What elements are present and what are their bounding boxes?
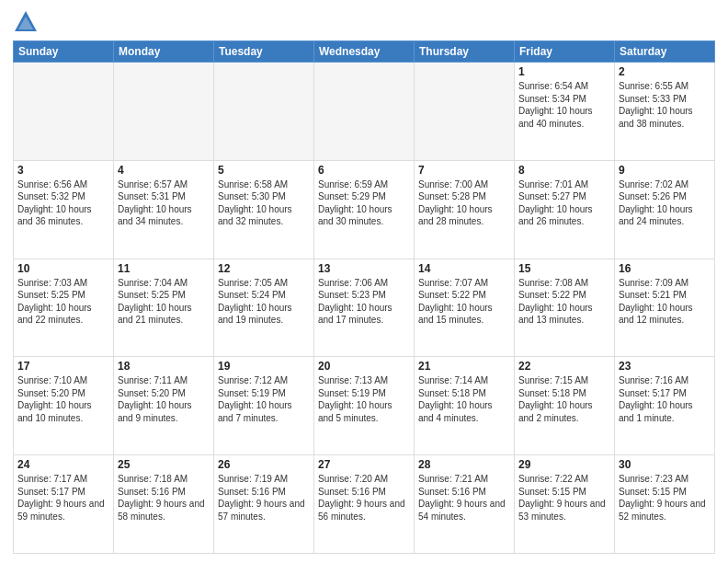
calendar-cell (314, 63, 415, 161)
day-info: Sunrise: 7:03 AM Sunset: 5:25 PM Dayligh… (17, 277, 109, 327)
day-number: 19 (218, 360, 310, 373)
calendar-cell: 9Sunrise: 7:02 AM Sunset: 5:26 PM Daylig… (615, 160, 715, 259)
calendar-cell: 23Sunrise: 7:16 AM Sunset: 5:17 PM Dayli… (615, 357, 715, 455)
weekday-header-wednesday: Wednesday (314, 41, 415, 63)
calendar-cell: 1Sunrise: 6:54 AM Sunset: 5:34 PM Daylig… (515, 63, 615, 161)
calendar-cell: 7Sunrise: 7:00 AM Sunset: 5:28 PM Daylig… (415, 160, 515, 259)
day-info: Sunrise: 7:12 AM Sunset: 5:19 PM Dayligh… (218, 374, 310, 424)
day-info: Sunrise: 6:55 AM Sunset: 5:33 PM Dayligh… (619, 80, 711, 130)
calendar-cell: 19Sunrise: 7:12 AM Sunset: 5:19 PM Dayli… (214, 357, 314, 455)
calendar-cell: 22Sunrise: 7:15 AM Sunset: 5:18 PM Dayli… (515, 357, 615, 455)
calendar-cell (415, 63, 515, 161)
day-info: Sunrise: 7:02 AM Sunset: 5:26 PM Dayligh… (619, 178, 711, 228)
day-info: Sunrise: 7:20 AM Sunset: 5:16 PM Dayligh… (318, 473, 410, 523)
day-info: Sunrise: 7:18 AM Sunset: 5:16 PM Dayligh… (118, 473, 210, 523)
day-info: Sunrise: 7:17 AM Sunset: 5:17 PM Dayligh… (17, 473, 109, 523)
day-number: 28 (418, 458, 510, 471)
calendar-cell: 30Sunrise: 7:23 AM Sunset: 5:15 PM Dayli… (615, 455, 715, 554)
day-info: Sunrise: 7:23 AM Sunset: 5:15 PM Dayligh… (619, 473, 711, 523)
calendar-cell: 21Sunrise: 7:14 AM Sunset: 5:18 PM Dayli… (415, 357, 515, 455)
day-number: 21 (418, 360, 510, 373)
day-number: 17 (17, 360, 109, 373)
day-number: 24 (17, 458, 109, 471)
day-info: Sunrise: 7:01 AM Sunset: 5:27 PM Dayligh… (518, 178, 610, 228)
day-number: 1 (518, 65, 610, 78)
week-row-2: 3Sunrise: 6:56 AM Sunset: 5:32 PM Daylig… (14, 160, 715, 259)
calendar-cell: 11Sunrise: 7:04 AM Sunset: 5:25 PM Dayli… (114, 259, 214, 357)
day-number: 11 (118, 262, 210, 275)
calendar-cell: 26Sunrise: 7:19 AM Sunset: 5:16 PM Dayli… (214, 455, 314, 554)
day-info: Sunrise: 7:16 AM Sunset: 5:17 PM Dayligh… (619, 374, 711, 424)
day-info: Sunrise: 7:19 AM Sunset: 5:16 PM Dayligh… (218, 473, 310, 523)
day-info: Sunrise: 7:04 AM Sunset: 5:25 PM Dayligh… (118, 277, 210, 327)
day-number: 14 (418, 262, 510, 275)
calendar-cell: 12Sunrise: 7:05 AM Sunset: 5:24 PM Dayli… (214, 259, 314, 357)
day-number: 3 (17, 164, 109, 177)
logo (13, 9, 42, 35)
calendar-cell: 13Sunrise: 7:06 AM Sunset: 5:23 PM Dayli… (314, 259, 415, 357)
day-info: Sunrise: 7:08 AM Sunset: 5:22 PM Dayligh… (518, 277, 610, 327)
day-info: Sunrise: 7:06 AM Sunset: 5:23 PM Dayligh… (318, 277, 410, 327)
day-number: 20 (318, 360, 410, 373)
day-info: Sunrise: 7:00 AM Sunset: 5:28 PM Dayligh… (418, 178, 510, 228)
day-number: 7 (418, 164, 510, 177)
day-number: 22 (518, 360, 610, 373)
day-number: 16 (619, 262, 711, 275)
day-info: Sunrise: 6:58 AM Sunset: 5:30 PM Dayligh… (218, 178, 310, 228)
calendar-cell: 8Sunrise: 7:01 AM Sunset: 5:27 PM Daylig… (515, 160, 615, 259)
day-info: Sunrise: 6:56 AM Sunset: 5:32 PM Dayligh… (17, 178, 109, 228)
day-number: 8 (518, 164, 610, 177)
day-number: 2 (619, 65, 711, 78)
calendar-table: SundayMondayTuesdayWednesdayThursdayFrid… (13, 40, 715, 554)
weekday-header-thursday: Thursday (415, 41, 515, 63)
day-info: Sunrise: 7:07 AM Sunset: 5:22 PM Dayligh… (418, 277, 510, 327)
day-number: 10 (17, 262, 109, 275)
weekday-header-saturday: Saturday (615, 41, 715, 63)
day-number: 9 (619, 164, 711, 177)
day-info: Sunrise: 7:13 AM Sunset: 5:19 PM Dayligh… (318, 374, 410, 424)
day-number: 23 (619, 360, 711, 373)
calendar-cell (114, 63, 214, 161)
calendar-cell: 28Sunrise: 7:21 AM Sunset: 5:16 PM Dayli… (415, 455, 515, 554)
day-info: Sunrise: 7:22 AM Sunset: 5:15 PM Dayligh… (518, 473, 610, 523)
weekday-header-row: SundayMondayTuesdayWednesdayThursdayFrid… (14, 41, 715, 63)
day-number: 18 (118, 360, 210, 373)
day-info: Sunrise: 7:09 AM Sunset: 5:21 PM Dayligh… (619, 277, 711, 327)
day-info: Sunrise: 7:05 AM Sunset: 5:24 PM Dayligh… (218, 277, 310, 327)
calendar-cell (214, 63, 314, 161)
week-row-5: 24Sunrise: 7:17 AM Sunset: 5:17 PM Dayli… (14, 455, 715, 554)
week-row-4: 17Sunrise: 7:10 AM Sunset: 5:20 PM Dayli… (14, 357, 715, 455)
calendar-cell: 15Sunrise: 7:08 AM Sunset: 5:22 PM Dayli… (515, 259, 615, 357)
day-info: Sunrise: 6:59 AM Sunset: 5:29 PM Dayligh… (318, 178, 410, 228)
day-number: 15 (518, 262, 610, 275)
calendar-cell (14, 63, 114, 161)
calendar-cell: 24Sunrise: 7:17 AM Sunset: 5:17 PM Dayli… (14, 455, 114, 554)
day-info: Sunrise: 7:14 AM Sunset: 5:18 PM Dayligh… (418, 374, 510, 424)
day-number: 27 (318, 458, 410, 471)
day-info: Sunrise: 7:15 AM Sunset: 5:18 PM Dayligh… (518, 374, 610, 424)
weekday-header-monday: Monday (114, 41, 214, 63)
day-number: 13 (318, 262, 410, 275)
day-number: 4 (118, 164, 210, 177)
calendar-cell: 20Sunrise: 7:13 AM Sunset: 5:19 PM Dayli… (314, 357, 415, 455)
calendar-cell: 3Sunrise: 6:56 AM Sunset: 5:32 PM Daylig… (14, 160, 114, 259)
day-info: Sunrise: 6:57 AM Sunset: 5:31 PM Dayligh… (118, 178, 210, 228)
day-info: Sunrise: 7:11 AM Sunset: 5:20 PM Dayligh… (118, 374, 210, 424)
day-info: Sunrise: 7:10 AM Sunset: 5:20 PM Dayligh… (17, 374, 109, 424)
calendar-cell: 6Sunrise: 6:59 AM Sunset: 5:29 PM Daylig… (314, 160, 415, 259)
calendar-cell: 14Sunrise: 7:07 AM Sunset: 5:22 PM Dayli… (415, 259, 515, 357)
calendar-cell: 25Sunrise: 7:18 AM Sunset: 5:16 PM Dayli… (114, 455, 214, 554)
calendar-cell: 27Sunrise: 7:20 AM Sunset: 5:16 PM Dayli… (314, 455, 415, 554)
calendar-cell: 4Sunrise: 6:57 AM Sunset: 5:31 PM Daylig… (114, 160, 214, 259)
day-number: 12 (218, 262, 310, 275)
weekday-header-friday: Friday (515, 41, 615, 63)
day-number: 29 (518, 458, 610, 471)
day-info: Sunrise: 7:21 AM Sunset: 5:16 PM Dayligh… (418, 473, 510, 523)
week-row-3: 10Sunrise: 7:03 AM Sunset: 5:25 PM Dayli… (14, 259, 715, 357)
calendar-cell: 16Sunrise: 7:09 AM Sunset: 5:21 PM Dayli… (615, 259, 715, 357)
day-number: 6 (318, 164, 410, 177)
day-number: 30 (619, 458, 711, 471)
day-number: 5 (218, 164, 310, 177)
weekday-header-sunday: Sunday (14, 41, 114, 63)
calendar-cell: 17Sunrise: 7:10 AM Sunset: 5:20 PM Dayli… (14, 357, 114, 455)
